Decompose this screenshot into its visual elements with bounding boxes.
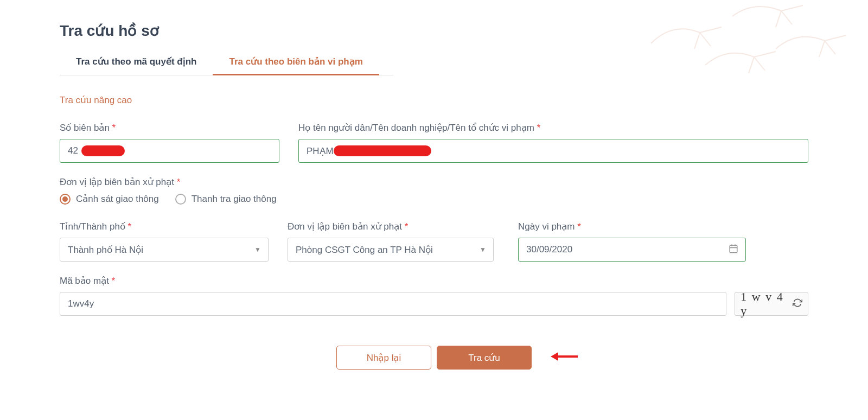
radio-traffic-police[interactable]: Cảnh sát giao thông — [60, 193, 159, 205]
issuing-unit-section-label: Đơn vị lập biên bản xử phạt * — [60, 176, 808, 188]
calendar-icon[interactable] — [729, 244, 738, 256]
advanced-search-link[interactable]: Tra cứu nâng cao — [60, 94, 808, 106]
refresh-icon[interactable] — [793, 298, 802, 310]
captcha-display: 1 w v 4 y — [735, 292, 808, 316]
radio-circle-checked — [60, 194, 71, 205]
redaction-overlay — [81, 145, 125, 156]
svg-marker-5 — [551, 352, 558, 361]
reset-button[interactable]: Nhập lại — [336, 346, 431, 370]
svg-rect-0 — [730, 245, 737, 253]
city-label: Tỉnh/Thành phố * — [60, 221, 269, 232]
captcha-input[interactable] — [60, 292, 726, 316]
person-name-label: Họ tên người dân/Tên doanh nghiệp/Tên tổ… — [298, 122, 808, 133]
arrow-left-icon — [551, 350, 578, 365]
radio-traffic-inspector[interactable]: Thanh tra giao thông — [175, 193, 277, 205]
captcha-label: Mã bảo mật * — [60, 275, 808, 287]
tabs-container: Tra cứu theo mã quyết định Tra cứu theo … — [60, 50, 393, 75]
tab-by-decision-code[interactable]: Tra cứu theo mã quyết định — [60, 50, 213, 75]
unit-label: Đơn vị lập biên bản xử phạt * — [288, 221, 494, 232]
redaction-overlay — [334, 145, 431, 156]
violation-date-label: Ngày vi phạm * — [518, 221, 746, 232]
city-select[interactable]: Thành phố Hà Nội — [60, 238, 269, 262]
unit-select[interactable]: Phòng CSGT Công an TP Hà Nội — [288, 238, 494, 262]
violation-date-input[interactable] — [518, 238, 746, 262]
search-button[interactable]: Tra cứu — [437, 346, 532, 370]
radio-circle-unchecked — [175, 194, 186, 205]
tab-by-violation-record[interactable]: Tra cứu theo biên bản vi phạm — [213, 50, 379, 75]
page-title: Tra cứu hồ sơ — [60, 22, 808, 40]
decorative-bird-pattern — [624, 0, 868, 109]
record-number-label: Số biên bản * — [60, 122, 279, 133]
